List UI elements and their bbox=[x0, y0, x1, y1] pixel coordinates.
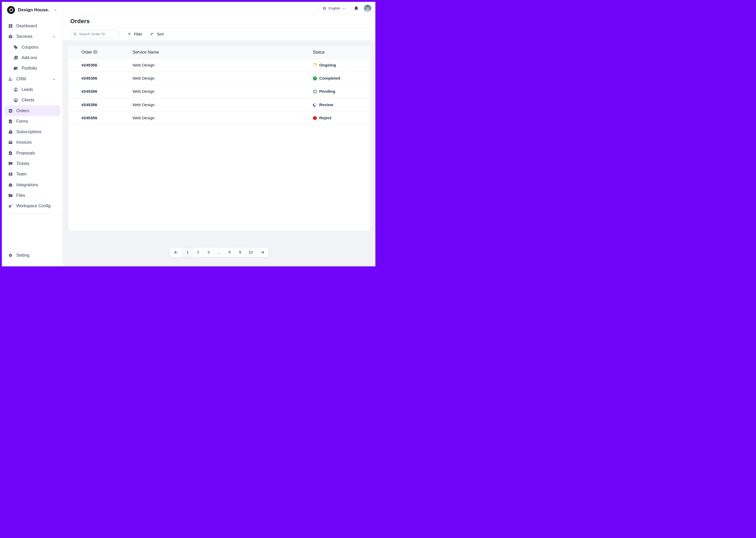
setting-icon bbox=[8, 253, 13, 258]
order-id-cell: #245356 bbox=[68, 63, 132, 68]
sidebar-item-crm[interactable]: CRM bbox=[2, 74, 63, 84]
dashboard-icon bbox=[8, 24, 13, 28]
svg-text:$: $ bbox=[10, 152, 11, 154]
pagination-page-8[interactable]: 8 bbox=[224, 247, 235, 257]
sidebar-item-services[interactable]: Services bbox=[2, 31, 63, 42]
sidebar-item-label: Forms bbox=[16, 119, 28, 124]
table-row[interactable]: #245356Web DesignOngoing bbox=[68, 59, 370, 72]
invoices-icon bbox=[8, 140, 13, 145]
filter-label: Filter bbox=[134, 32, 142, 36]
sidebar-item-clients[interactable]: Clients bbox=[2, 95, 63, 105]
sidebar-item-workspace-config[interactable]: Workspace Config bbox=[2, 201, 63, 211]
pagination-next-button[interactable] bbox=[256, 247, 268, 257]
pagination-page-2[interactable]: 2 bbox=[193, 247, 204, 257]
proposals-icon: $ bbox=[8, 151, 13, 155]
filter-button[interactable]: Filter bbox=[127, 32, 142, 36]
sidebar-item-portfolio[interactable]: Portfolio bbox=[2, 63, 63, 74]
pagination-prev-button[interactable] bbox=[170, 247, 182, 257]
status-ongoing-icon bbox=[313, 63, 317, 67]
sidebar-item-label: Portfolio bbox=[22, 66, 37, 71]
crm-icon bbox=[8, 77, 13, 81]
team-icon bbox=[8, 172, 13, 177]
sidebar-item-label: Setting bbox=[16, 253, 29, 258]
sidebar-item-integrations[interactable]: Integrations bbox=[2, 180, 63, 190]
sidebar-item-leads[interactable]: Leads bbox=[2, 84, 63, 95]
status-cell: Reject bbox=[313, 116, 370, 120]
chevron-down-icon bbox=[53, 35, 56, 38]
sidebar-item-label: Workspace Config bbox=[16, 204, 50, 208]
sidebar: Design House. DashboardServicesCouponsAd… bbox=[2, 2, 63, 266]
sidebar-item-label: Proposals bbox=[16, 151, 35, 155]
sidebar-nav: DashboardServicesCouponsAdd-onsPortfolio… bbox=[2, 15, 63, 211]
content-area: Order ID Service Name Status #245356Web … bbox=[63, 40, 375, 266]
status-label: Pending bbox=[319, 89, 335, 94]
orders-icon bbox=[8, 108, 13, 113]
services-icon bbox=[8, 34, 13, 39]
status-cell: Pending bbox=[313, 89, 370, 94]
table-row[interactable]: #245356Web DesignReview bbox=[68, 98, 370, 111]
sort-icon bbox=[150, 32, 154, 36]
brand-name: Design House. bbox=[18, 7, 50, 13]
sidebar-item-label: Subscriptions bbox=[16, 130, 41, 134]
sort-button[interactable]: Sort bbox=[150, 32, 164, 36]
service-name-cell: Web Design bbox=[132, 89, 313, 94]
pagination-page-10[interactable]: 10 bbox=[246, 247, 256, 257]
chevron-down-icon bbox=[342, 7, 346, 10]
portfolio-icon bbox=[13, 66, 18, 71]
sort-label: Sort bbox=[157, 32, 164, 36]
search-input[interactable] bbox=[79, 32, 117, 36]
sidebar-item-tickets[interactable]: Tickets bbox=[2, 158, 63, 169]
subscriptions-icon bbox=[8, 130, 13, 134]
sidebar-item-setting[interactable]: Setting bbox=[2, 250, 63, 261]
order-id-cell: #245356 bbox=[68, 76, 132, 81]
language-selector[interactable]: English bbox=[319, 4, 349, 12]
sidebar-item-proposals[interactable]: $Proposals bbox=[2, 148, 63, 158]
brand-logo-icon bbox=[7, 6, 15, 14]
sidebar-item-subscriptions[interactable]: Subscriptions bbox=[2, 127, 63, 137]
topbar: English bbox=[63, 2, 375, 15]
status-label: Review bbox=[319, 102, 333, 107]
table-row[interactable]: #245356Web DesignReject bbox=[68, 112, 370, 125]
workspace-config-icon bbox=[8, 204, 13, 208]
status-label: Reject bbox=[319, 116, 332, 120]
addons-icon bbox=[13, 55, 18, 60]
order-id-cell: #245356 bbox=[68, 116, 132, 120]
sidebar-item-dashboard[interactable]: Dashboard bbox=[2, 21, 63, 31]
table-body: #245356Web DesignOngoing#245356Web Desig… bbox=[68, 59, 370, 125]
order-search[interactable] bbox=[71, 30, 119, 38]
pagination-row: 123...8910 bbox=[68, 247, 370, 257]
table-row[interactable]: #245356Web DesignPending bbox=[68, 85, 370, 98]
user-avatar[interactable] bbox=[364, 4, 371, 12]
sidebar-item-label: Orders bbox=[16, 108, 29, 113]
sidebar-item-label: Files bbox=[16, 193, 25, 198]
forms-icon bbox=[8, 119, 13, 124]
globe-icon bbox=[322, 6, 327, 11]
leads-icon bbox=[13, 87, 18, 92]
page-header: Orders bbox=[63, 15, 375, 28]
pagination: 123...8910 bbox=[169, 247, 269, 257]
table-row[interactable]: #245356Web Design✓Completed bbox=[68, 72, 370, 85]
sidebar-item-orders[interactable]: Orders bbox=[4, 105, 60, 116]
status-completed-icon: ✓ bbox=[313, 77, 317, 81]
pagination-page-9[interactable]: 9 bbox=[235, 247, 246, 257]
sidebar-item-coupons[interactable]: Coupons bbox=[2, 42, 63, 53]
status-pending-icon bbox=[313, 89, 317, 93]
sidebar-item-label: Dashboard bbox=[16, 24, 37, 28]
pagination-page-1[interactable]: 1 bbox=[182, 247, 193, 257]
sidebar-divider bbox=[2, 214, 63, 214]
pagination-page-3[interactable]: 3 bbox=[204, 247, 214, 257]
language-label: English bbox=[329, 6, 340, 10]
sidebar-item-forms[interactable]: Forms bbox=[2, 116, 63, 127]
tickets-icon bbox=[8, 161, 13, 166]
sidebar-item-add-ons[interactable]: Add-ons bbox=[2, 53, 63, 63]
filter-icon bbox=[127, 32, 131, 36]
sidebar-item-files[interactable]: Files bbox=[2, 190, 63, 201]
column-header-service-name: Service Name bbox=[132, 50, 313, 55]
notifications-bell-icon[interactable] bbox=[354, 6, 359, 11]
sidebar-item-invoices[interactable]: Invoices bbox=[2, 137, 63, 148]
workspace-switcher[interactable]: Design House. bbox=[2, 2, 63, 15]
column-header-status: Status bbox=[313, 50, 370, 55]
sidebar-item-team[interactable]: Team bbox=[2, 169, 63, 180]
coupons-icon bbox=[13, 45, 18, 50]
orders-table-card: Order ID Service Name Status #245356Web … bbox=[68, 46, 370, 231]
